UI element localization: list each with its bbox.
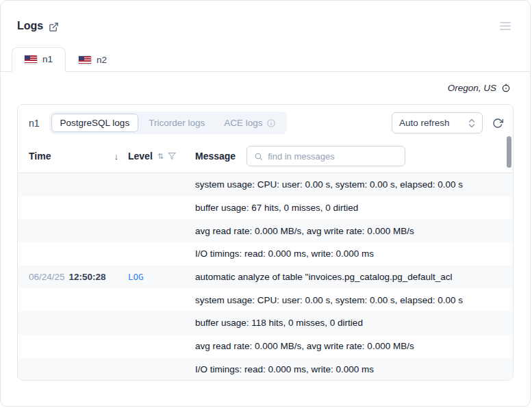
log-row[interactable]: avg read rate: 0.000 MB/s, avg write rat… xyxy=(18,219,513,242)
tab-n1[interactable]: n1 xyxy=(12,47,66,72)
logs-panel-header: n1 PostgreSQL logs Tricorder logs ACE lo… xyxy=(18,105,513,141)
node-tabs: n1 n2 xyxy=(1,47,530,72)
external-link-icon[interactable] xyxy=(49,22,59,32)
log-row-date: 06/24/25 xyxy=(29,272,65,282)
column-level-label: Level xyxy=(128,151,153,162)
message-search xyxy=(246,146,405,166)
page-header: Logs xyxy=(1,1,530,32)
log-row-message: I/O timings: read: 0.000 ms, write: 0.00… xyxy=(195,364,502,374)
log-rows: system usage: CPU: user: 0.00 s, system:… xyxy=(18,173,513,381)
tab-postgresql-logs-label: PostgreSQL logs xyxy=(60,118,130,128)
log-row-message: system usage: CPU: user: 0.00 s, system:… xyxy=(195,179,502,190)
locate-icon[interactable] xyxy=(501,84,511,93)
us-flag-icon xyxy=(25,55,37,64)
tab-n2[interactable]: n2 xyxy=(66,48,120,72)
menu-icon[interactable] xyxy=(500,21,511,31)
select-chevrons-icon xyxy=(468,118,475,128)
column-header-time: Time ↓ xyxy=(29,151,128,162)
sort-desc-icon[interactable]: ↓ xyxy=(114,151,119,162)
log-row-message: buffer usage: 67 hits, 0 misses, 0 dirti… xyxy=(195,203,502,213)
column-message-label: Message xyxy=(195,151,236,162)
log-row[interactable]: avg read rate: 0.000 MB/s, avg write rat… xyxy=(18,335,513,358)
log-level-badge: LOG xyxy=(128,272,144,282)
auto-refresh-select[interactable]: Auto refresh xyxy=(392,112,483,133)
log-row-clock: 12:50:28 xyxy=(69,272,106,282)
column-header-message: Message xyxy=(195,146,502,166)
log-row-message: automatic analyze of table "invoices.pg_… xyxy=(195,272,502,282)
tab-tricorder-logs-label: Tricorder logs xyxy=(149,118,205,128)
log-row-message: avg read rate: 0.000 MB/s, avg write rat… xyxy=(195,341,502,351)
log-row-level: LOG xyxy=(128,272,195,282)
node-label: n1 xyxy=(29,118,40,129)
filter-icon[interactable] xyxy=(168,152,176,160)
log-row-message: system usage: CPU: user: 0.00 s, system:… xyxy=(195,295,502,305)
scrollbar-thumb[interactable] xyxy=(507,136,511,168)
us-flag-icon xyxy=(79,56,91,64)
log-table-header: Time ↓ Level ⇅ Message xyxy=(18,141,513,173)
search-input[interactable] xyxy=(268,151,398,162)
column-time-label: Time xyxy=(29,151,51,162)
refresh-button[interactable] xyxy=(491,116,505,130)
logs-page: Logs n1 n2 Oregon, US xyxy=(0,0,531,407)
column-header-level: Level ⇅ xyxy=(128,151,195,162)
log-row[interactable]: buffer usage: 67 hits, 0 misses, 0 dirti… xyxy=(18,196,513,220)
page-title: Logs xyxy=(17,20,43,32)
tab-ace-logs-label: ACE logs xyxy=(224,118,262,128)
panel-controls: Auto refresh xyxy=(392,112,505,133)
log-source-tabs: PostgreSQL logs Tricorder logs ACE logs xyxy=(49,112,288,134)
search-icon xyxy=(254,152,263,161)
log-row[interactable]: system usage: CPU: user: 0.00 s, system:… xyxy=(18,173,513,196)
log-row[interactable]: I/O timings: read: 0.000 ms, write: 0.00… xyxy=(18,358,513,381)
region-label: Oregon, US xyxy=(448,83,496,93)
auto-refresh-label: Auto refresh xyxy=(399,118,450,128)
log-row[interactable]: 06/24/2512:50:28LOGautomatic analyze of … xyxy=(18,266,513,289)
log-row-message: avg read rate: 0.000 MB/s, avg write rat… xyxy=(195,226,502,236)
log-row[interactable]: I/O timings: read: 0.000 ms, write: 0.00… xyxy=(18,242,513,266)
region-row: Oregon, US xyxy=(1,83,530,93)
log-row-message: I/O timings: read: 0.000 ms, write: 0.00… xyxy=(195,248,502,259)
tab-tricorder-logs[interactable]: Tricorder logs xyxy=(140,114,214,132)
logs-panel: n1 PostgreSQL logs Tricorder logs ACE lo… xyxy=(17,104,514,381)
tab-n1-label: n1 xyxy=(42,54,53,64)
tab-postgresql-logs[interactable]: PostgreSQL logs xyxy=(51,114,139,132)
log-row-message: buffer usage: 118 hits, 0 misses, 0 dirt… xyxy=(195,318,502,328)
log-row[interactable]: system usage: CPU: user: 0.00 s, system:… xyxy=(18,288,513,311)
log-row-time: 06/24/2512:50:28 xyxy=(29,272,128,282)
info-icon xyxy=(266,118,276,128)
log-row[interactable]: buffer usage: 118 hits, 0 misses, 0 dirt… xyxy=(18,311,513,335)
tab-n2-label: n2 xyxy=(97,55,107,65)
sort-icon[interactable]: ⇅ xyxy=(157,152,163,161)
tab-ace-logs[interactable]: ACE logs xyxy=(215,114,285,132)
